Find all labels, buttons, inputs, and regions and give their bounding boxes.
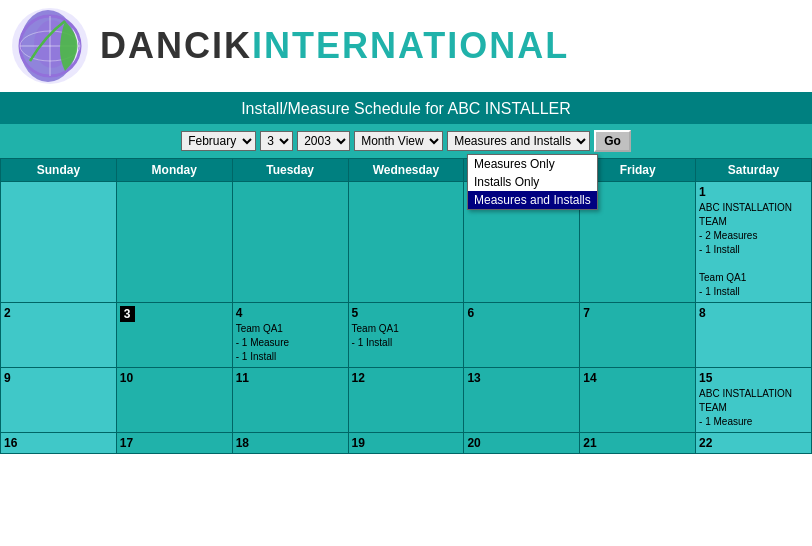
day-number: 21 <box>583 436 692 450</box>
day-number: 13 <box>467 371 576 385</box>
cell-content: Team QA1 - 1 Measure - 1 Install <box>236 322 345 364</box>
day-number: 6 <box>467 306 576 320</box>
day-number: 1 <box>699 185 808 199</box>
col-tuesday: Tuesday <box>232 159 348 182</box>
calendar-cell[interactable] <box>232 182 348 303</box>
title-bar: Install/Measure Schedule for ABC INSTALL… <box>0 94 812 124</box>
calendar-cell[interactable]: 22 <box>696 433 812 454</box>
calendar-cell[interactable]: 21 <box>580 433 696 454</box>
filter-select[interactable]: Measures and Installs <box>447 131 590 151</box>
calendar-week-3: 9101112131415ABC INSTALLATION TEAM - 1 M… <box>1 368 812 433</box>
go-button[interactable]: Go <box>594 130 631 152</box>
day-number: 17 <box>120 436 229 450</box>
calendar-week-1: 1ABC INSTALLATION TEAM - 2 Measures - 1 … <box>1 182 812 303</box>
calendar-cell[interactable]: 8 <box>696 303 812 368</box>
calendar-cell[interactable]: 17 <box>116 433 232 454</box>
dropdown-item-measures-only[interactable]: Measures Only <box>468 155 597 173</box>
day-number: 4 <box>236 306 345 320</box>
calendar-cell[interactable]: 13 <box>464 368 580 433</box>
col-sunday: Sunday <box>1 159 117 182</box>
dropdown-item-installs-only[interactable]: Installs Only <box>468 173 597 191</box>
day-number: 15 <box>699 371 808 385</box>
brand-name: DANCIK <box>100 25 252 66</box>
controls-bar: February March 3 2003 Month View Measure… <box>0 124 812 158</box>
calendar-cell[interactable]: 19 <box>348 433 464 454</box>
calendar-cell[interactable]: 3 <box>116 303 232 368</box>
day-number: 19 <box>352 436 461 450</box>
day-number: 18 <box>236 436 345 450</box>
calendar-cell[interactable] <box>116 182 232 303</box>
calendar-cell[interactable] <box>1 182 117 303</box>
calendar-cell[interactable]: 16 <box>1 433 117 454</box>
calendar-week-2: 234Team QA1 - 1 Measure - 1 Install5Team… <box>1 303 812 368</box>
cell-content: Team QA1 - 1 Install <box>352 322 461 350</box>
day-number: 16 <box>4 436 113 450</box>
calendar-body: 1ABC INSTALLATION TEAM - 2 Measures - 1 … <box>1 182 812 454</box>
dropdown-item-measures-and-installs[interactable]: Measures and Installs <box>468 191 597 209</box>
day-number: 14 <box>583 371 692 385</box>
cell-content: ABC INSTALLATION TEAM - 2 Measures - 1 I… <box>699 201 808 299</box>
col-wednesday: Wednesday <box>348 159 464 182</box>
logo-area: DANCIKINTERNATIONAL <box>10 6 569 86</box>
day-number: 3 <box>120 306 135 322</box>
calendar-cell[interactable]: 20 <box>464 433 580 454</box>
day-number: 10 <box>120 371 229 385</box>
header: DANCIKINTERNATIONAL <box>0 0 812 94</box>
col-saturday: Saturday <box>696 159 812 182</box>
calendar-cell[interactable]: 7 <box>580 303 696 368</box>
calendar-week-4: 16171819202122 <box>1 433 812 454</box>
day-number: 12 <box>352 371 461 385</box>
day-number: 8 <box>699 306 808 320</box>
calendar-cell[interactable]: 12 <box>348 368 464 433</box>
calendar-cell[interactable]: 9 <box>1 368 117 433</box>
day-number: 7 <box>583 306 692 320</box>
calendar-cell[interactable]: 2 <box>1 303 117 368</box>
calendar-cell[interactable]: 6 <box>464 303 580 368</box>
year-select[interactable]: 2003 <box>297 131 350 151</box>
calendar-table: Sunday Monday Tuesday Wednesday Thursday… <box>0 158 812 454</box>
brand-suffix: INTERNATIONAL <box>252 25 569 66</box>
day-select[interactable]: 3 <box>260 131 293 151</box>
calendar-cell[interactable]: 14 <box>580 368 696 433</box>
logo-icon <box>10 6 90 86</box>
calendar-cell[interactable]: 5Team QA1 - 1 Install <box>348 303 464 368</box>
day-number: 9 <box>4 371 113 385</box>
calendar-cell[interactable] <box>348 182 464 303</box>
view-select[interactable]: Month View <box>354 131 443 151</box>
month-select[interactable]: February March <box>181 131 256 151</box>
cell-content: ABC INSTALLATION TEAM - 1 Measure <box>699 387 808 429</box>
day-number: 20 <box>467 436 576 450</box>
col-monday: Monday <box>116 159 232 182</box>
calendar-cell[interactable]: 1ABC INSTALLATION TEAM - 2 Measures - 1 … <box>696 182 812 303</box>
day-number: 2 <box>4 306 113 320</box>
filter-dropdown: Measures Only Installs Only Measures and… <box>467 154 598 210</box>
calendar-header-row: Sunday Monday Tuesday Wednesday Thursday… <box>1 159 812 182</box>
brand-title: DANCIKINTERNATIONAL <box>100 25 569 67</box>
calendar-cell[interactable]: 15ABC INSTALLATION TEAM - 1 Measure <box>696 368 812 433</box>
calendar-cell[interactable]: 4Team QA1 - 1 Measure - 1 Install <box>232 303 348 368</box>
title-text: Install/Measure Schedule for ABC INSTALL… <box>241 100 571 117</box>
calendar-cell[interactable]: 18 <box>232 433 348 454</box>
calendar-cell[interactable]: 11 <box>232 368 348 433</box>
day-number: 11 <box>236 371 345 385</box>
calendar-cell[interactable]: 10 <box>116 368 232 433</box>
day-number: 5 <box>352 306 461 320</box>
day-number: 22 <box>699 436 808 450</box>
